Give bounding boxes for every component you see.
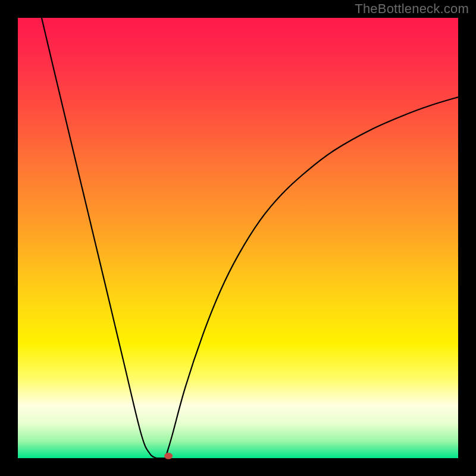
bottleneck-curve <box>42 18 458 460</box>
curve-svg <box>18 18 458 458</box>
chart-frame: TheBottleneck.com <box>0 0 476 476</box>
plot-area <box>18 18 458 458</box>
optimum-marker <box>164 453 173 459</box>
watermark-text: TheBottleneck.com <box>355 1 469 17</box>
